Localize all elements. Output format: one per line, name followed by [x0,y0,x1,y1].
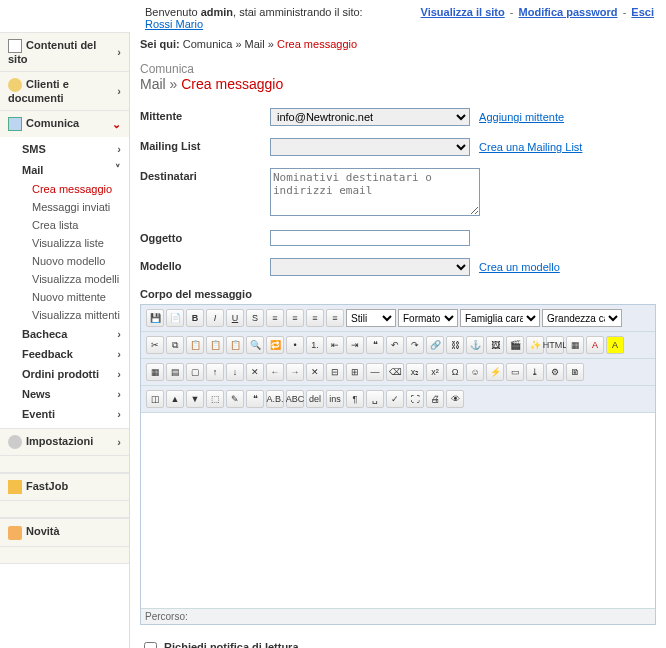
crea-mailing-list-link[interactable]: Crea una Mailing List [479,141,582,153]
undo-icon[interactable]: ↶ [386,336,404,354]
cite-icon[interactable]: ❝ [246,390,264,408]
mittente-select[interactable]: info@Newtronic.net [270,108,470,126]
sidebar-item-novita[interactable]: Novità [0,518,129,545]
layer-back-icon[interactable]: ▼ [186,390,204,408]
paste-icon[interactable]: 📋 [186,336,204,354]
row-props-icon[interactable]: ▤ [166,363,184,381]
sidebar-sub-visualizza-liste[interactable]: Visualizza liste [0,234,129,252]
align-center-icon[interactable]: ≡ [286,309,304,327]
ins-icon[interactable]: ins [326,390,344,408]
cleanup-icon[interactable]: ✨ [526,336,544,354]
cell-props-icon[interactable]: ▢ [186,363,204,381]
newdoc-icon[interactable]: 📄 [166,309,184,327]
outdent-icon[interactable]: ⇤ [326,336,344,354]
modello-select[interactable] [270,258,470,276]
align-right-icon[interactable]: ≡ [306,309,324,327]
sidebar-item-comunica[interactable]: Comunica ⌄ [0,110,129,137]
sidebar-sub-sms[interactable]: SMS› [0,139,129,159]
visualchars-icon[interactable]: ¶ [346,390,364,408]
sidebar-item-contents[interactable]: Contenuti del sito › [0,32,129,71]
code-icon[interactable]: HTML [546,336,564,354]
sidebar-sub-feedback[interactable]: Feedback› [0,344,129,364]
sidebar-sub-messaggi-inviati[interactable]: Messaggi inviati [0,198,129,216]
row-before-icon[interactable]: ↑ [206,363,224,381]
hr-icon[interactable]: — [366,363,384,381]
find-icon[interactable]: 🔍 [246,336,264,354]
bold-icon[interactable]: B [186,309,204,327]
sidebar-sub-news[interactable]: News› [0,384,129,404]
indent-icon[interactable]: ⇥ [346,336,364,354]
unlink-icon[interactable]: ⛓ [446,336,464,354]
media-icon[interactable]: 🎬 [506,336,524,354]
replace-icon[interactable]: 🔁 [266,336,284,354]
layer-abs-icon[interactable]: ⬚ [206,390,224,408]
format-select[interactable]: Formato [398,309,458,327]
change-password-link[interactable]: Modifica password [519,6,618,18]
col-after-icon[interactable]: → [286,363,304,381]
print-icon[interactable]: 🖨 [426,390,444,408]
align-left-icon[interactable]: ≡ [266,309,284,327]
spell-icon[interactable]: ✓ [386,390,404,408]
acronym-icon[interactable]: ABC [286,390,304,408]
sidebar-sub-visualizza-mittenti[interactable]: Visualizza mittenti [0,306,129,324]
flash-icon[interactable]: ⚡ [486,363,504,381]
quote-icon[interactable]: ❝ [366,336,384,354]
paste-text-icon[interactable]: 📋 [206,336,224,354]
merge-icon[interactable]: ⊞ [346,363,364,381]
copy-icon[interactable]: ⧉ [166,336,184,354]
sidebar-sub-mail[interactable]: Mail˅ [0,159,129,180]
image-icon[interactable]: 🖼 [486,336,504,354]
sidebar-sub-nuovo-mittente[interactable]: Nuovo mittente [0,288,129,306]
sidebar-item-fastjob[interactable]: FastJob [0,473,129,500]
remove-format-icon[interactable]: ⌫ [386,363,404,381]
fullscreen-icon[interactable]: ⛶ [406,390,424,408]
font-select[interactable]: Famiglia caratt [460,309,540,327]
emoji-icon[interactable]: ☺ [466,363,484,381]
layer-insert-icon[interactable]: ◫ [146,390,164,408]
mailing-list-select[interactable] [270,138,470,156]
sidebar-sub-crea-lista[interactable]: Crea lista [0,216,129,234]
col-before-icon[interactable]: ← [266,363,284,381]
anchor-icon[interactable]: ⚓ [466,336,484,354]
col-delete-icon[interactable]: ✕ [306,363,324,381]
link-icon[interactable]: 🔗 [426,336,444,354]
ul-icon[interactable]: • [286,336,304,354]
redo-icon[interactable]: ↷ [406,336,424,354]
sidebar-sub-bacheca[interactable]: Bacheca› [0,324,129,344]
preview-icon[interactable]: 👁 [446,390,464,408]
sidebar-sub-visualizza-modelli[interactable]: Visualizza modelli [0,270,129,288]
editor-body[interactable] [141,413,655,608]
save-icon[interactable]: 💾 [146,309,164,327]
color-icon[interactable]: A [586,336,604,354]
logout-link[interactable]: Esci [631,6,654,18]
cut-icon[interactable]: ✂ [146,336,164,354]
sup-icon[interactable]: x² [426,363,444,381]
styles-select[interactable]: Stili [346,309,396,327]
table-insert-icon[interactable]: ▦ [146,363,164,381]
template-icon[interactable]: 🗎 [566,363,584,381]
iframe-icon[interactable]: ▭ [506,363,524,381]
row-delete-icon[interactable]: ✕ [246,363,264,381]
row-after-icon[interactable]: ↓ [226,363,244,381]
attr-icon[interactable]: ⚙ [546,363,564,381]
ol-icon[interactable]: 1. [306,336,324,354]
strike-icon[interactable]: S [246,309,264,327]
oggetto-input[interactable] [270,230,470,246]
table-icon[interactable]: ▦ [566,336,584,354]
style-props-icon[interactable]: ✎ [226,390,244,408]
layer-forward-icon[interactable]: ▲ [166,390,184,408]
sub-icon[interactable]: x₂ [406,363,424,381]
sidebar-sub-ordini[interactable]: Ordini prodotti› [0,364,129,384]
sidebar-item-clients[interactable]: Clienti e documenti › [0,71,129,110]
char-icon[interactable]: Ω [446,363,464,381]
sidebar-item-settings[interactable]: Impostazioni › [0,428,129,455]
sidebar-sub-crea-messaggio[interactable]: Crea messaggio [0,180,129,198]
crea-modello-link[interactable]: Crea un modello [479,261,560,273]
view-site-link[interactable]: Visualizza il sito [421,6,505,18]
aggiungi-mittente-link[interactable]: Aggiungi mittente [479,111,564,123]
size-select[interactable]: Grandezza car [542,309,622,327]
bgcolor-icon[interactable]: A [606,336,624,354]
align-justify-icon[interactable]: ≡ [326,309,344,327]
nbsp-icon[interactable]: ␣ [366,390,384,408]
del-icon[interactable]: del [306,390,324,408]
